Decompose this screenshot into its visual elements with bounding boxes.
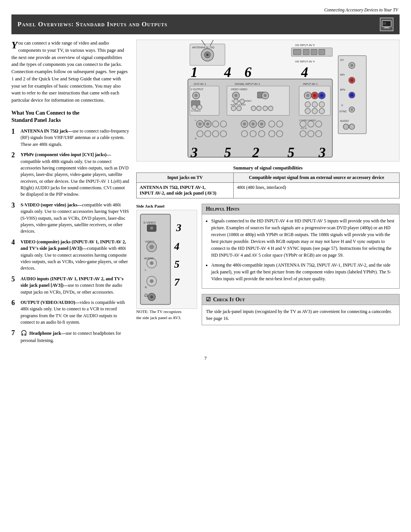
svg-rect-19 [319, 50, 325, 55]
svg-rect-17 [303, 50, 309, 55]
item-text: YPbPr (component video input [CVI] jacks… [21, 152, 129, 198]
svg-text:S-VIDEO: S-VIDEO [143, 221, 156, 224]
svg-point-109 [250, 131, 256, 137]
svg-rect-2 [384, 27, 389, 28]
svg-point-59 [256, 106, 261, 110]
list-item: 6 OUTPUT (VIDEO/AUDIO)—video is compatib… [11, 299, 129, 326]
check-it-out-content: The side jack-panel inputs (recognized b… [202, 305, 399, 325]
svg-point-103 [243, 122, 246, 125]
svg-point-30 [350, 94, 353, 97]
svg-point-75 [312, 102, 317, 107]
side-jack-label: Side Jack Panel [136, 204, 197, 208]
svg-rect-16 [293, 50, 301, 55]
svg-text:V  SYNC  AUDIO: V SYNC AUDIO [299, 119, 316, 121]
headphone-icon: 🎧 [21, 330, 27, 336]
svg-point-79 [319, 109, 324, 114]
checkbox-icon: ☑ [206, 296, 211, 303]
svg-point-58 [251, 106, 256, 110]
svg-text:AUDIO              AUDIO: AUDIO AUDIO [231, 103, 246, 106]
svg-point-117 [315, 121, 322, 127]
svg-point-92 [206, 122, 209, 125]
main-layout: You can connect a wide range of video an… [11, 40, 400, 348]
svg-text:AUDIO: AUDIO [144, 257, 154, 260]
svg-point-11 [206, 54, 209, 56]
helpful-hints-box: Helpful Hints Signals connected to the H… [202, 204, 400, 289]
item-text: OUTPUT (VIDEO/AUDIO)—video is compatible… [21, 299, 129, 326]
svg-text:HD INPUT-AV 5: HD INPUT-AV 5 [295, 44, 315, 47]
side-jack-note: NOTE: The TV recognizes the side jack pa… [136, 309, 182, 321]
svg-point-47 [197, 105, 202, 109]
svg-point-71 [313, 94, 316, 97]
item-number: 7 [11, 329, 18, 344]
svg-point-97 [212, 131, 218, 137]
svg-text:H       L    R: H L R [301, 127, 307, 129]
side-jack-area: Side Jack Panel S-VIDEO 3 VIDEO [136, 204, 400, 325]
input-cell: ANTENNA IN 75Ω, INPUT AV-1,INPUT AV-2, a… [137, 183, 234, 198]
check-it-out-title: ☑ Check It Out [202, 294, 399, 305]
svg-text:5: 5 [287, 145, 294, 160]
svg-rect-3 [384, 28, 390, 29]
item-text: VIDEO (composite) jacks (INPUT-AV 1, INP… [21, 239, 129, 272]
svg-point-107 [260, 122, 263, 125]
svg-point-130 [150, 244, 154, 249]
svg-text:AUDIO: AUDIO [340, 120, 349, 123]
page-number: 7 [11, 355, 400, 361]
svg-point-36 [343, 124, 349, 129]
svg-rect-18 [311, 50, 317, 55]
item-number: 3 [11, 202, 18, 235]
svg-point-63 [240, 99, 244, 104]
numbered-items: 1 ANTENNA IN 75Ω jack—use to connect rad… [11, 128, 129, 344]
helpful-hints-content: Signals connected to the HD INPUT-AV 4 o… [202, 214, 399, 288]
list-item: 2 YPbPr (component video input [CVI] jac… [11, 152, 129, 198]
svg-text:3: 3 [318, 145, 325, 160]
svg-point-73 [320, 94, 323, 97]
list-item: 3 S-VIDEO (super video) jacks—compatible… [11, 202, 129, 235]
svg-point-114 [277, 131, 283, 137]
svg-text:R: R [145, 286, 147, 289]
svg-point-69 [306, 94, 309, 97]
item-number: 2 [11, 152, 18, 198]
svg-point-108 [241, 131, 247, 137]
svg-point-94 [205, 131, 211, 137]
svg-text:H: H [204, 119, 206, 121]
svg-point-126 [150, 227, 153, 230]
svg-text:1: 1 [191, 64, 198, 80]
svg-point-95 [212, 121, 218, 127]
svg-point-113 [269, 131, 275, 137]
intro-body: ou can connect a wide range of video and… [11, 40, 128, 103]
svg-point-77 [305, 109, 310, 114]
svg-text:5: 5 [224, 145, 231, 160]
svg-text:ANTENNA IN 75Ω: ANTENNA IN 75Ω [192, 46, 215, 49]
intro-text: You can connect a wide range of video an… [11, 40, 129, 104]
svg-point-98 [220, 131, 226, 137]
svg-text:4: 4 [174, 240, 180, 252]
check-it-out-box: ☑ Check It Out The side jack-panel input… [202, 294, 400, 325]
svg-point-52 [234, 94, 237, 97]
helpful-hints-title: Helpful Hints [202, 204, 399, 214]
panel-icon [380, 18, 393, 31]
svg-point-62 [234, 99, 238, 104]
svg-point-90 [198, 122, 201, 125]
item-text: S-VIDEO (super video) jacks—compatible w… [21, 202, 129, 235]
item-number: 1 [11, 128, 18, 148]
svg-point-56 [231, 106, 236, 110]
svg-text:R: R [195, 137, 197, 140]
svg-text:4: 4 [224, 64, 231, 80]
svg-point-138 [150, 279, 154, 283]
svg-point-46 [192, 105, 196, 109]
item-text: AUDIO inputs (INPUT-AV 1, INPUT-AV 2, an… [21, 276, 129, 296]
svg-text:RPr: RPr [340, 73, 345, 77]
item-number: 5 [11, 276, 18, 296]
list-item: 4 VIDEO (composite) jacks (INPUT-AV 1, I… [11, 239, 129, 272]
svg-point-61 [268, 106, 273, 110]
item-text: 🎧 Headphone jack—use to connect headphon… [21, 329, 129, 344]
svg-text:L: L [195, 119, 196, 121]
svg-text:VIDEO         VIDEO: VIDEO VIDEO [231, 88, 247, 91]
list-item: Signals connected to the HD INPUT-AV 4 o… [211, 217, 395, 259]
svg-text:4: 4 [301, 64, 308, 80]
list-item: 5 AUDIO inputs (INPUT-AV 1, INPUT-AV 2, … [11, 276, 129, 296]
svg-point-143 [150, 296, 153, 299]
svg-point-115 [300, 121, 306, 127]
svg-text:V: V [341, 104, 343, 107]
helpful-hints-wrapper: Helpful Hints Signals connected to the H… [202, 204, 400, 325]
